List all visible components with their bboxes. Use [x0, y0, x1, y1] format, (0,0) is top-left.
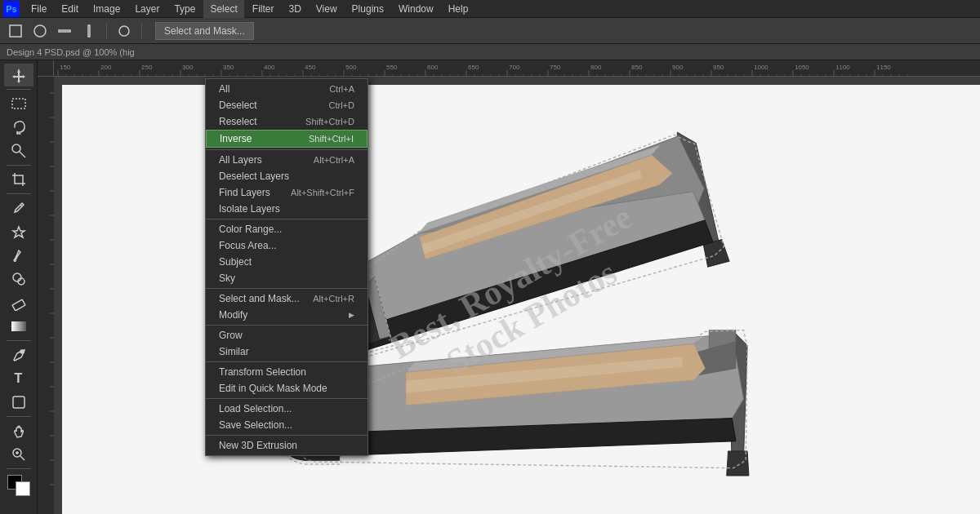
- svg-line-7: [19, 151, 25, 157]
- tool-lasso-free-btn[interactable]: [114, 20, 135, 42]
- menu-window[interactable]: Window: [392, 0, 440, 18]
- menu-item-sky[interactable]: Sky: [206, 270, 368, 286]
- svg-marker-5: [12, 69, 25, 83]
- left-toolbar: T: [0, 60, 38, 514]
- svg-text:450: 450: [305, 64, 316, 71]
- dropdown-sep-7: [206, 435, 368, 436]
- tool-pen[interactable]: [4, 343, 33, 366]
- tool-crop[interactable]: [4, 168, 33, 191]
- menu-help[interactable]: Help: [442, 0, 475, 18]
- canvas-area: 1502002503003504004505005506006507007508…: [38, 60, 980, 514]
- svg-rect-3: [88, 25, 90, 37]
- svg-text:1150: 1150: [876, 64, 891, 71]
- svg-text:600: 600: [427, 64, 439, 71]
- tool-gradient[interactable]: [4, 315, 33, 338]
- svg-point-14: [20, 350, 24, 353]
- menu-type[interactable]: Type: [167, 0, 202, 18]
- doc-info-bar: Design 4 PSD.psd @ 100% (hig: [0, 44, 980, 60]
- tool-heal[interactable]: [4, 220, 33, 243]
- menu-item-focus-area[interactable]: Focus Area...: [206, 237, 368, 254]
- menu-item-save-selection[interactable]: Save Selection...: [206, 417, 368, 433]
- menu-layer[interactable]: Layer: [128, 0, 166, 18]
- tool-single-row-btn[interactable]: [54, 20, 75, 42]
- menu-item-quick-mask[interactable]: Edit in Quick Mask Mode: [206, 380, 368, 397]
- menu-image[interactable]: Image: [87, 0, 127, 18]
- menu-item-deselect-layers[interactable]: Deselect Layers: [206, 168, 368, 184]
- tool-brush[interactable]: [4, 244, 33, 267]
- menu-item-find-layers[interactable]: Find Layers Alt+Shift+Ctrl+F: [206, 184, 368, 201]
- svg-text:250: 250: [141, 64, 153, 71]
- tool-eyedropper[interactable]: [4, 197, 33, 219]
- menu-item-modify[interactable]: Modify: [206, 307, 368, 323]
- dropdown-sep-3: [206, 288, 368, 289]
- svg-text:300: 300: [182, 64, 194, 71]
- menu-item-isolate-layers[interactable]: Isolate Layers: [206, 201, 368, 217]
- menu-item-subject[interactable]: Subject: [206, 254, 368, 270]
- tool-circle-btn[interactable]: [29, 20, 51, 42]
- color-swatch-area: [4, 475, 33, 499]
- menu-item-new-3d[interactable]: New 3D Extrusion: [206, 437, 368, 454]
- tool-magic-wand[interactable]: [4, 140, 33, 162]
- ruler-vertical: [38, 77, 54, 514]
- svg-text:750: 750: [550, 64, 561, 71]
- tool-sep-4: [7, 340, 31, 341]
- tool-hand[interactable]: [4, 419, 33, 442]
- tool-rect-btn[interactable]: [5, 20, 26, 42]
- menu-item-deselect[interactable]: Deselect Ctrl+D: [206, 97, 368, 113]
- document-canvas: Best, Royalty-Free Stock Photos: [62, 85, 980, 514]
- menu-item-transform-selection[interactable]: Transform Selection: [206, 364, 368, 380]
- select-mask-button[interactable]: Select and Mask...: [155, 22, 254, 40]
- ruler-horizontal: 1502002503003504004505005506006507007508…: [54, 60, 980, 77]
- tool-clone[interactable]: [4, 268, 33, 290]
- menu-item-similar[interactable]: Similar: [206, 343, 368, 360]
- dropdown-sep-1: [206, 149, 368, 150]
- svg-text:900: 900: [672, 64, 684, 71]
- svg-rect-147: [38, 77, 54, 514]
- tool-text[interactable]: T: [4, 367, 33, 390]
- tool-marquee[interactable]: [4, 92, 33, 115]
- menu-item-grow[interactable]: Grow: [206, 327, 368, 343]
- menu-item-select-mask[interactable]: Select and Mask... Alt+Ctrl+R: [206, 290, 368, 307]
- menu-view[interactable]: View: [310, 0, 344, 18]
- svg-point-8: [12, 144, 20, 153]
- doc-info-text: Design 4 PSD.psd @ 100% (hig: [7, 47, 135, 57]
- dropdown-sep-2: [206, 219, 368, 219]
- menu-plugins[interactable]: Plugins: [345, 0, 390, 18]
- svg-rect-2: [59, 30, 70, 32]
- svg-text:500: 500: [345, 64, 357, 71]
- background-color[interactable]: [16, 481, 30, 496]
- svg-text:350: 350: [223, 64, 234, 71]
- menu-filter[interactable]: Filter: [246, 0, 281, 18]
- tool-lasso[interactable]: [4, 116, 33, 139]
- menu-item-color-range[interactable]: Color Range...: [206, 221, 368, 237]
- tool-zoom[interactable]: [4, 443, 33, 466]
- tool-single-col-btn[interactable]: [78, 20, 100, 42]
- svg-rect-15: [13, 397, 24, 408]
- svg-text:700: 700: [509, 64, 520, 71]
- menu-item-inverse[interactable]: Inverse Shift+Ctrl+I: [206, 130, 368, 148]
- tool-sep-5: [7, 416, 31, 417]
- toolbar-sep-2: [141, 23, 142, 39]
- options-toolbar: Select and Mask...: [0, 18, 980, 44]
- menu-item-load-selection[interactable]: Load Selection...: [206, 401, 368, 417]
- svg-text:1100: 1100: [835, 64, 850, 71]
- tool-eraser[interactable]: [4, 291, 33, 314]
- menu-select[interactable]: Select: [203, 0, 243, 18]
- menu-item-all[interactable]: All Ctrl+A: [206, 81, 368, 97]
- menu-3d[interactable]: 3D: [282, 0, 307, 18]
- svg-rect-12: [11, 299, 24, 311]
- svg-line-9: [20, 205, 22, 206]
- svg-text:1000: 1000: [754, 64, 768, 71]
- svg-rect-6: [12, 99, 25, 109]
- menu-file[interactable]: File: [24, 0, 53, 18]
- tool-sep-3: [7, 193, 31, 194]
- ps-logo: Ps: [3, 1, 20, 17]
- menu-item-all-layers[interactable]: All Layers Alt+Ctrl+A: [206, 152, 368, 168]
- svg-text:950: 950: [713, 64, 724, 71]
- tool-shape[interactable]: [4, 391, 33, 414]
- menu-item-reselect[interactable]: Reselect Shift+Ctrl+D: [206, 113, 368, 130]
- menu-edit[interactable]: Edit: [55, 0, 85, 18]
- dropdown-sep-5: [206, 361, 368, 362]
- tool-move[interactable]: [4, 64, 33, 86]
- svg-point-4: [119, 26, 129, 36]
